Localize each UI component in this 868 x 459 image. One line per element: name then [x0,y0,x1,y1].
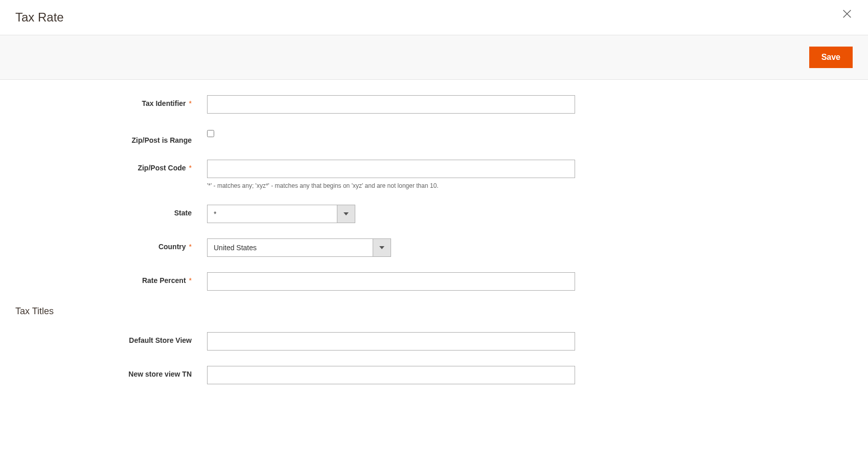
row-zip-code: Zip/Post Code* [15,160,853,178]
modal-header: Tax Rate [0,0,868,35]
row-state: State * [15,205,853,223]
label-country: Country* [15,238,207,251]
row-rate-percent: Rate Percent* [15,272,853,291]
label-new-store-view-tn: New store view TN [15,366,207,378]
zip-code-input[interactable] [207,160,575,178]
country-select[interactable]: United States [207,238,391,257]
label-default-store-view: Default Store View [15,332,207,344]
zip-is-range-checkbox[interactable] [207,130,214,137]
save-button[interactable]: Save [809,47,853,68]
row-country: Country* United States [15,238,853,257]
row-tax-identifier: Tax Identifier* [15,95,853,114]
row-default-store-view: Default Store View [15,332,853,351]
row-new-store-view-tn: New store view TN [15,366,853,384]
label-zip-code: Zip/Post Code* [15,160,207,172]
toolbar: Save [0,35,868,80]
row-zip-code-note: '*' - matches any; 'xyz*' - matches any … [15,182,853,189]
state-select[interactable]: * [207,205,355,223]
new-store-view-tn-input[interactable] [207,366,575,384]
label-zip-is-range: Zip/Post is Range [15,129,207,144]
tax-titles-heading: Tax Titles [15,306,853,317]
form-area: Tax Identifier* Zip/Post is Range Zip/Po… [0,80,868,410]
required-mark: * [189,276,192,285]
default-store-view-input[interactable] [207,332,575,351]
modal-title: Tax Rate [15,10,64,25]
label-state: State [15,205,207,217]
required-mark: * [189,243,192,251]
tax-identifier-input[interactable] [207,95,575,114]
required-mark: * [189,99,192,107]
label-tax-identifier: Tax Identifier* [15,95,207,107]
required-mark: * [189,164,192,172]
rate-percent-input[interactable] [207,272,575,291]
row-zip-is-range: Zip/Post is Range [15,129,853,144]
zip-code-help-note: '*' - matches any; 'xyz*' - matches any … [207,182,439,189]
label-rate-percent: Rate Percent* [15,272,207,285]
tax-rate-modal: Tax Rate Save Tax Identifier* Zip/Post i… [0,0,868,410]
close-icon[interactable] [841,8,853,21]
